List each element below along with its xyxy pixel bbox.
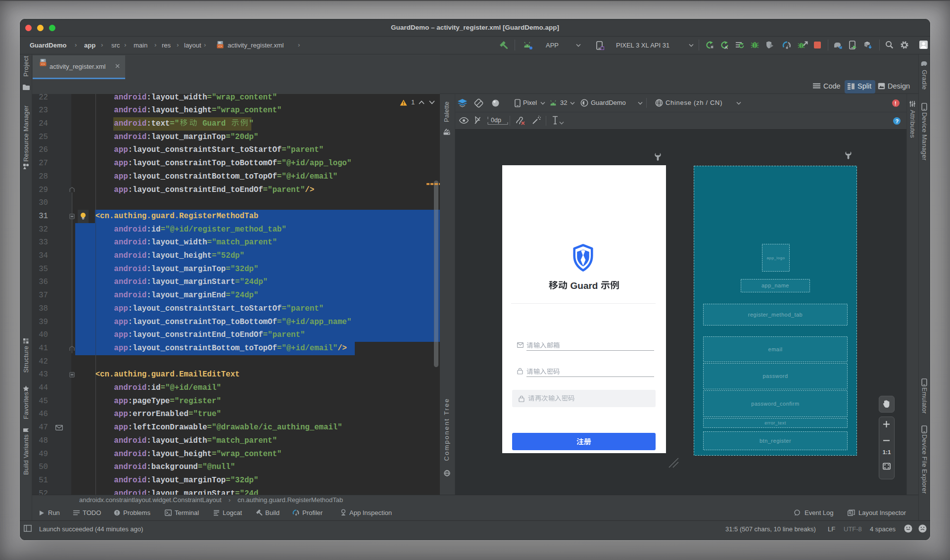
svg-text:error_text: error_text [764,420,786,425]
svg-text:<>: <> [218,45,222,48]
svg-text:register_method_tab: register_method_tab [748,312,803,318]
svg-text:btn_register: btn_register [760,438,791,444]
svg-text:<>: <> [41,63,45,66]
svg-text:A: A [724,45,728,50]
svg-text:password_confirm: password_confirm [751,401,799,407]
svg-text:email: email [768,346,783,352]
svg-text:password: password [762,373,788,379]
svg-text:app_name: app_name [761,282,789,288]
svg-text:app_logo: app_logo [767,256,785,260]
